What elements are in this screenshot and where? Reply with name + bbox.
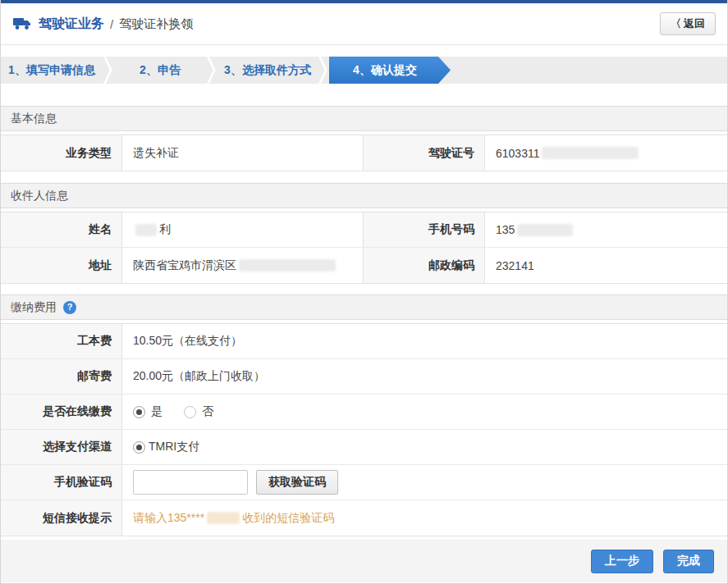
- business-type-value: 遗失补证: [122, 135, 364, 171]
- radio-option-yes[interactable]: 是: [133, 404, 163, 419]
- online-pay-label: 是否在线缴费: [1, 395, 122, 429]
- help-icon[interactable]: ?: [63, 301, 76, 314]
- basic-info-table: 业务类型 遗失补证 驾驶证号 6103311: [1, 135, 727, 171]
- redacted-blur: [542, 147, 639, 159]
- table-row: 是否在线缴费 是 否: [1, 395, 727, 430]
- address-label: 地址: [1, 248, 122, 283]
- step-tab-4-active[interactable]: 4、确认提交: [329, 57, 451, 84]
- step-separator-icon: [318, 57, 329, 84]
- business-type-label: 业务类型: [1, 135, 122, 171]
- page: 驾驶证业务 / 驾驶证补换领 〈 返回 1、填写申请信息 2、申告 3、选择取件…: [0, 0, 728, 584]
- postage-fee-value: 20.00元（邮政上门收取）: [122, 359, 727, 394]
- section-title-recipient-info: 收件人信息: [1, 183, 727, 208]
- license-number-label: 驾驶证号: [364, 135, 485, 171]
- step-separator-icon: [103, 57, 114, 84]
- radio-option-no[interactable]: 否: [184, 404, 213, 419]
- header: 驾驶证业务 / 驾驶证补换领 〈 返回: [1, 3, 727, 45]
- table-row: 姓名 利 手机号码 135: [1, 212, 727, 248]
- license-number-value: 6103311: [485, 135, 727, 171]
- payment-title-text: 缴纳费用: [11, 295, 57, 319]
- sms-hint-prefix: 请输入135****: [133, 511, 204, 526]
- step-tab-2[interactable]: 2、申告: [114, 57, 206, 84]
- section-title-basic-info: 基本信息: [1, 106, 727, 131]
- previous-step-button[interactable]: 上一步: [591, 550, 653, 573]
- sms-code-label: 手机验证码: [1, 465, 122, 500]
- breadcrumb-separator: /: [110, 17, 113, 31]
- truck-icon: [12, 16, 32, 31]
- name-label: 姓名: [1, 212, 122, 247]
- step-tab-3[interactable]: 3、选择取件方式: [217, 57, 318, 84]
- radio-option-tmri[interactable]: TMRI支付: [133, 440, 199, 454]
- back-button[interactable]: 〈 返回: [660, 12, 716, 35]
- step-tab-1[interactable]: 1、填写申请信息: [1, 57, 103, 84]
- redacted-blur: [517, 224, 573, 236]
- sms-hint-suffix: 收到的短信验证码: [242, 511, 334, 526]
- address-value: 陕西省宝鸡市渭滨区: [122, 248, 364, 283]
- sms-code-field: 获取验证码: [122, 465, 727, 500]
- payment-table: 工本费 10.50元（在线支付） 邮寄费 20.00元（邮政上门收取） 是否在线…: [1, 323, 727, 536]
- page-title: 驾驶证业务: [39, 16, 104, 33]
- license-number-prefix: 6103311: [496, 147, 539, 160]
- radio-no-label: 否: [202, 404, 213, 419]
- phone-prefix: 135: [496, 223, 515, 236]
- production-fee-value: 10.50元（在线支付）: [122, 324, 727, 358]
- table-row: 业务类型 遗失补证 驾驶证号 6103311: [1, 135, 727, 171]
- table-row: 地址 陕西省宝鸡市渭滨区 邮政编码 232141: [1, 248, 727, 283]
- step-separator-icon: [206, 57, 217, 84]
- online-pay-options: 是 否: [122, 395, 727, 429]
- table-row: 邮寄费 20.00元（邮政上门收取）: [1, 359, 727, 395]
- recipient-info-table: 姓名 利 手机号码 135 地址 陕西省宝鸡市渭滨区 邮政编码 23214: [1, 212, 727, 284]
- recipient-info-title-text: 收件人信息: [11, 184, 68, 208]
- footer-action-bar: 上一步 完成: [1, 540, 727, 582]
- name-value: 利: [122, 212, 364, 247]
- basic-info-title-text: 基本信息: [11, 107, 57, 130]
- get-code-button[interactable]: 获取验证码: [256, 470, 338, 495]
- production-fee-label: 工本费: [1, 324, 122, 358]
- radio-tmri-icon[interactable]: [133, 441, 145, 454]
- table-row: 选择支付渠道 TMRI支付: [1, 430, 727, 465]
- zip-value: 232141: [485, 248, 727, 283]
- address-prefix: 陕西省宝鸡市渭滨区: [133, 258, 236, 273]
- table-row: 手机验证码 获取验证码: [1, 465, 727, 500]
- redacted-blur: [135, 224, 157, 236]
- name-suffix: 利: [159, 222, 171, 237]
- radio-yes-label: 是: [151, 404, 163, 419]
- radio-yes-icon[interactable]: [133, 406, 145, 418]
- sms-code-input[interactable]: [133, 470, 248, 495]
- redacted-blur: [239, 259, 336, 271]
- pay-channel-options: TMRI支付: [122, 430, 727, 464]
- main-content: 基本信息 业务类型 遗失补证 驾驶证号 6103311 收件人信息 姓名: [1, 84, 727, 536]
- finish-button[interactable]: 完成: [663, 550, 714, 573]
- sms-hint-value: 请输入135**** 收到的短信验证码: [122, 500, 727, 536]
- section-title-payment: 缴纳费用 ?: [1, 294, 727, 320]
- phone-label: 手机号码: [364, 212, 485, 247]
- breadcrumb-current: 驾驶证补换领: [119, 16, 193, 32]
- back-button-label: 返回: [684, 16, 705, 31]
- table-row: 短信接收提示 请输入135**** 收到的短信验证码: [1, 500, 727, 536]
- zip-label: 邮政编码: [364, 248, 485, 283]
- table-row: 工本费 10.50元（在线支付）: [1, 324, 727, 359]
- step-tabs: 1、填写申请信息 2、申告 3、选择取件方式 4、确认提交: [1, 57, 727, 84]
- radio-no-icon[interactable]: [184, 406, 196, 418]
- sms-hint-label: 短信接收提示: [1, 500, 122, 536]
- phone-value: 135: [485, 212, 727, 247]
- back-chevron-icon: 〈: [671, 16, 681, 31]
- postage-fee-label: 邮寄费: [1, 359, 122, 394]
- redacted-blur: [207, 512, 240, 524]
- radio-tmri-label: TMRI支付: [149, 440, 199, 454]
- pay-channel-label: 选择支付渠道: [1, 430, 122, 464]
